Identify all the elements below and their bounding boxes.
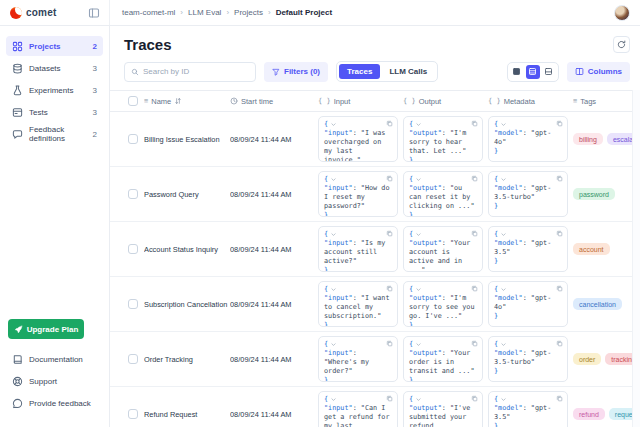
breadcrumb-item[interactable]: team-comet-ml [122, 8, 175, 17]
column-header-start-time[interactable]: Start time [230, 97, 318, 106]
copy-icon[interactable] [556, 120, 563, 127]
output-json-cell[interactable]: {"output": "Your order is in transit and… [403, 336, 483, 382]
sidebar-footer-provide-feedback[interactable]: Provide feedback [6, 393, 103, 413]
column-header-output[interactable]: { }Output [403, 97, 488, 106]
json-open-brace: { [494, 395, 562, 404]
density-small-button[interactable] [510, 65, 524, 79]
density-large-button[interactable] [542, 65, 556, 79]
tag-account[interactable]: account [573, 243, 610, 255]
metadata-json-cell[interactable]: {"model": "gpt-4o"} [488, 116, 568, 162]
copy-icon[interactable] [386, 175, 393, 182]
metadata-json-cell[interactable]: {"model": "gpt-4o"} [488, 281, 568, 327]
column-header-tags[interactable]: ≡Tags [573, 97, 640, 106]
input-json-cell[interactable]: {"input": "I was overcharged on my last … [318, 116, 398, 162]
input-json-cell[interactable]: {"input": "Is my account still active?"} [318, 226, 398, 272]
density-medium-button[interactable] [526, 65, 540, 79]
input-json-cell[interactable]: {"input": "Where's my order?"} [318, 336, 398, 382]
row-checkbox[interactable] [128, 244, 138, 254]
tag-billing[interactable]: billing [573, 133, 603, 145]
upgrade-plan-button[interactable]: Upgrade Plan [8, 319, 84, 339]
column-header-input[interactable]: { }Input [318, 97, 403, 106]
funnel-icon [272, 68, 280, 76]
breadcrumb-item[interactable]: Projects [234, 8, 263, 17]
tag-order[interactable]: order [573, 353, 601, 365]
output-json-cell[interactable]: {"output": "Your account is active and i… [403, 226, 483, 272]
table-row[interactable]: Refund Request 08/09/24 11:44 AM {"input… [110, 387, 640, 427]
sidebar-footer-documentation[interactable]: Documentation [6, 349, 103, 369]
metadata-json-cell[interactable]: {"model": "gpt-3.5"} [488, 391, 568, 427]
input-json-cell[interactable]: {"input": "How do I reset my password?"} [318, 171, 398, 217]
tag-refund[interactable]: refund [573, 408, 605, 420]
chevron-down-icon [500, 341, 507, 348]
json-key: "output" [409, 184, 442, 192]
copy-icon[interactable] [471, 395, 478, 402]
columns-button[interactable]: Columns [567, 62, 630, 82]
column-header-metadata[interactable]: { }Metadata [488, 97, 573, 106]
copy-icon[interactable] [386, 230, 393, 237]
copy-icon[interactable] [471, 175, 478, 182]
row-checkbox[interactable] [128, 189, 138, 199]
copy-icon[interactable] [556, 285, 563, 292]
copy-icon[interactable] [471, 285, 478, 292]
output-json-cell[interactable]: {"output": "I'm sorry to see you go. I'v… [403, 281, 483, 327]
select-all-checkbox[interactable] [128, 96, 138, 106]
vertical-scrollbar[interactable] [632, 90, 640, 427]
comet-logo[interactable]: comet [10, 7, 56, 19]
json-body: "output": "ou can reset it by clicking o… [409, 184, 477, 211]
row-checkbox[interactable] [128, 354, 138, 364]
copy-icon[interactable] [556, 340, 563, 347]
column-header-name[interactable]: ≡Name [144, 97, 230, 106]
copy-icon[interactable] [386, 340, 393, 347]
column-header-label: Output [419, 97, 442, 106]
refresh-button[interactable] [613, 36, 630, 53]
input-json-cell[interactable]: {"input": "Can I get a refund for my las… [318, 391, 398, 427]
output-json-cell[interactable]: {"output": "I've submitted your refund r… [403, 391, 483, 427]
breadcrumb-item[interactable]: LLM Eval [188, 8, 221, 17]
sidebar-item-experiments[interactable]: Experiments3 [6, 80, 103, 100]
table-row[interactable]: Account Status Inquiry 08/09/24 11:44 AM… [110, 222, 640, 277]
table-row[interactable]: Order Tracking 08/09/24 11:44 AM {"input… [110, 332, 640, 387]
row-checkbox[interactable] [128, 299, 138, 309]
json-key: "model" [494, 129, 523, 137]
metadata-json-cell[interactable]: {"model": "gpt-3.5-turbo"} [488, 171, 568, 217]
copy-icon[interactable] [386, 285, 393, 292]
copy-icon[interactable] [386, 395, 393, 402]
copy-icon[interactable] [556, 395, 563, 402]
table-row[interactable]: Password Query 08/09/24 11:44 AM {"input… [110, 167, 640, 222]
copy-icon[interactable] [471, 120, 478, 127]
tab-traces[interactable]: Traces [339, 64, 380, 79]
metadata-json-cell[interactable]: {"model": "gpt-3.5-turbo"} [488, 336, 568, 382]
sidebar-footer-support[interactable]: Support [6, 371, 103, 391]
sidebar-item-feedback-definitions[interactable]: Feedback definitions2 [6, 124, 103, 144]
sidebar-item-datasets[interactable]: Datasets3 [6, 58, 103, 78]
search-input[interactable] [143, 67, 249, 76]
tag-cancellation[interactable]: cancellation [573, 298, 622, 310]
column-header-label: Metadata [504, 97, 535, 106]
row-checkbox[interactable] [128, 409, 138, 419]
row-checkbox[interactable] [128, 134, 138, 144]
tab-llm-calls[interactable]: LLM Calls [381, 64, 435, 79]
table-row[interactable]: Billing Issue Escalation 08/09/24 11:44 … [110, 112, 640, 167]
tag-password[interactable]: password [573, 188, 615, 200]
breadcrumb: team-comet-ml›LLM Eval›Projects›Default … [122, 8, 332, 17]
sidebar-item-projects[interactable]: Projects2 [6, 36, 103, 56]
copy-icon[interactable] [556, 175, 563, 182]
json-open-brace: { [494, 285, 562, 294]
json-open-brace: { [324, 230, 392, 239]
output-json-cell[interactable]: {"output": "I'm sorry to hear that. Let … [403, 116, 483, 162]
user-avatar[interactable] [614, 5, 630, 21]
copy-icon[interactable] [556, 230, 563, 237]
copy-icon[interactable] [386, 120, 393, 127]
input-json-cell[interactable]: {"input": "I want to cancel my subscript… [318, 281, 398, 327]
output-json-cell[interactable]: {"output": "ou can reset it by clicking … [403, 171, 483, 217]
metadata-json-cell[interactable]: {"model": "gpt-3.5"} [488, 226, 568, 272]
sidebar-collapse-icon[interactable] [88, 7, 100, 19]
filters-button[interactable]: Filters (0) [264, 62, 328, 82]
sidebar-item-tests[interactable]: Tests3 [6, 102, 103, 122]
columns-icon [575, 67, 584, 76]
table-row[interactable]: Subscription Cancellation 08/09/24 11:44… [110, 277, 640, 332]
copy-icon[interactable] [471, 230, 478, 237]
chevron-down-icon [415, 231, 422, 238]
breadcrumb-item[interactable]: Default Project [276, 8, 332, 17]
copy-icon[interactable] [471, 340, 478, 347]
